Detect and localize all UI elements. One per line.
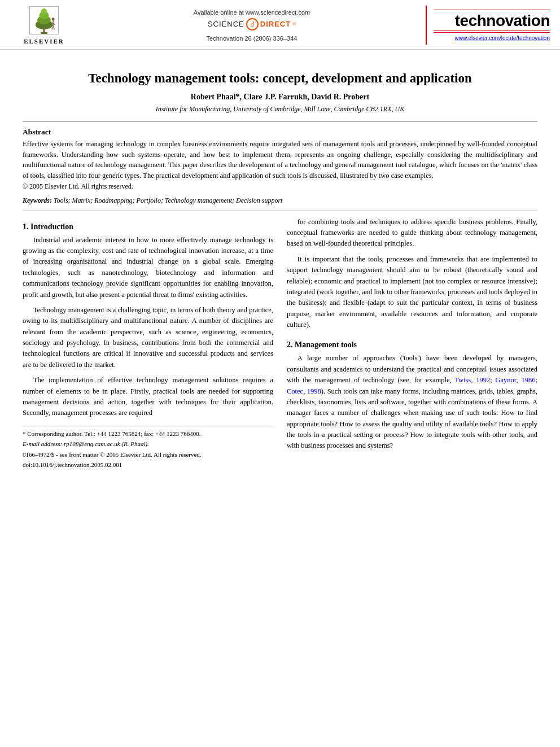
intro-section-number: 1. [23,222,29,231]
intro-para-2: Technology management is a challenging t… [23,305,273,370]
footnote-email: E-mail address: rp108@eng.cam.ac.uk (R. … [23,439,273,449]
page: ELSEVIER Available online at www.science… [0,0,560,747]
intro-right-body: for combining tools and techniques to ad… [287,217,537,331]
footnote-doi: doi:10.1016/j.technovation.2005.02.001 [23,460,273,470]
header: ELSEVIER Available online at www.science… [0,0,560,50]
header-divider-mid [434,30,550,30]
journal-title: technovation [455,12,550,30]
mgmt-tools-body: A large number of approaches ('tools') h… [287,353,537,451]
svg-point-6 [52,18,55,20]
two-column-layout: 1. Introduction Industrial and academic … [23,217,537,471]
elsevier-logo-area: ELSEVIER [10,6,78,45]
intro-right-para-1: for combining tools and techniques to ad… [287,217,537,250]
intro-para-1: Industrial and academic interest in how … [23,235,273,300]
intro-body: Industrial and academic interest in how … [23,235,273,419]
science-text: SCIENCE [208,20,244,28]
intro-para-3: The implementation of effective technolo… [23,375,273,419]
abstract-body: Effective systems for managing technolog… [23,140,537,180]
content-area: Technology management tools: concept, de… [0,50,560,481]
svg-line-11 [53,27,55,29]
keywords-values: Tools; Matrix; Roadmapping; Portfolio; T… [54,196,282,204]
abstract-divider [23,211,537,211]
direct-text: DIRECT [260,20,291,28]
journal-url-link[interactable]: www.elsevier.com/locate/technovation [455,35,550,41]
title-divider [23,121,537,122]
intro-right-para-2: It is important that the tools, processe… [287,254,537,331]
right-column: for combining tools and techniques to ad… [287,217,537,471]
affiliation: Institute for Manufacturing, University … [23,105,537,113]
keywords-label: Keywords: [23,196,52,204]
mgmt-tools-section-number: 2. [287,340,293,349]
available-online-text: Available online at www.sciencedirect.co… [194,9,310,16]
mgmt-tools-para-1: A large number of approaches ('tools') h… [287,353,537,451]
authors: Robert Phaal*, Clare J.P. Farrukh, David… [23,93,537,102]
ref-twiss[interactable]: Twiss, 1992 [454,376,490,384]
circle-d-icon: d [246,18,259,30]
header-right: technovation www.elsevier.com/locate/tec… [426,6,550,45]
header-divider-bottom [434,32,550,33]
footnote-area: * Corresponding author. Tel.: +44 1223 7… [23,426,273,470]
intro-section-title: 1. Introduction [23,222,273,231]
footnote-corresponding: * Corresponding author. Tel.: +44 1223 7… [23,429,273,439]
left-column: 1. Introduction Industrial and academic … [23,217,273,471]
keywords-line: Keywords: Tools; Matrix; Roadmapping; Po… [23,196,537,205]
mgmt-tools-section-title: 2. Management tools [287,340,537,350]
intro-section-label: Introduction [30,222,73,231]
ref-cotec[interactable]: Cotec, 1998 [287,387,321,395]
footnote-issn: 0166-4972/$ - see front matter © 2005 El… [23,450,273,460]
svg-line-10 [52,27,54,29]
abstract-section: Abstract Effective systems for managing … [23,128,537,205]
paper-title: Technology management tools: concept, de… [23,70,537,87]
abstract-label: Abstract [23,128,537,137]
ref-gaynor[interactable]: Gaynor, 1986 [496,376,536,384]
copyright-text: © 2005 Elsevier Ltd. All rights reserved… [23,182,133,190]
header-center: Available online at www.sciencedirect.co… [78,6,426,45]
elsevier-logo: ELSEVIER [24,6,64,45]
elsevier-text: ELSEVIER [24,38,64,45]
mgmt-tools-section-label: Management tools [295,340,357,349]
elsevier-tree-icon [27,6,61,37]
sciencedirect-logo: SCIENCE d DIRECT ® [208,18,296,30]
footnote-corresponding-text: * Corresponding author. Tel.: +44 1223 7… [23,430,200,437]
svg-point-5 [41,8,47,14]
header-divider-top [434,10,550,10]
journal-citation: Technovation 26 (2006) 336–344 [207,35,298,42]
abstract-text: Effective systems for managing technolog… [23,139,537,192]
footnote-email-text: E-mail address: rp108@eng.cam.ac.uk (R. … [23,440,149,447]
